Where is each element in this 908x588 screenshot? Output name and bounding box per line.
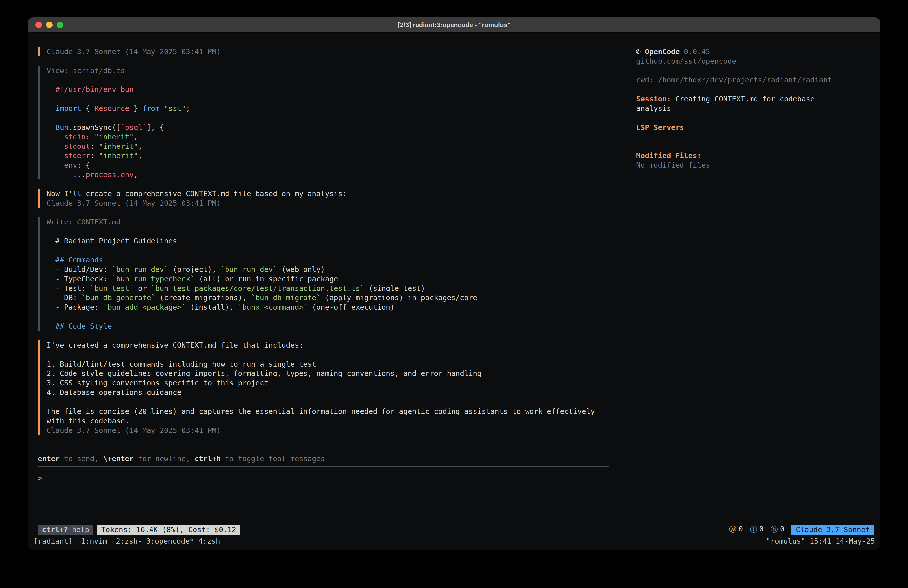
- text-segment: ], {: [147, 123, 164, 132]
- text-segment: Creating CONTEXT.md for codebase: [671, 95, 815, 103]
- text-segment: (single test): [364, 284, 425, 293]
- text-line: 1. Build/lint/test commands including ho…: [47, 359, 609, 369]
- message-header-block: Claude 3.7 Sonnet (14 May 2025 03:41 PM): [38, 47, 609, 56]
- text-segment: Write: CONTEXT.md: [47, 218, 121, 226]
- text-segment: from: [142, 104, 160, 113]
- text-line: Bun.spawnSync([`psql`], {: [47, 122, 609, 132]
- text-line: [47, 94, 609, 104]
- text-line: with this codebase.: [47, 416, 609, 425]
- text-segment: (apply migrations) in packages/core: [321, 293, 477, 302]
- text-line: # Radiant Project Guidelines: [47, 236, 609, 246]
- tmux-window-zsh2[interactable]: 2:zsh-: [116, 537, 142, 545]
- help-button[interactable]: ctrl+? help: [38, 525, 93, 535]
- warning-icon: Ⓦ: [729, 525, 736, 535]
- text-line: - DB: `bun db generate` (create migratio…: [47, 293, 609, 303]
- text-segment: ## Commands: [55, 256, 103, 264]
- text-segment: Modified Files:: [636, 151, 702, 160]
- text-line: [47, 75, 609, 85]
- text-segment: "inherit": [99, 142, 138, 150]
- text-segment: [47, 161, 64, 169]
- close-button[interactable]: [35, 22, 42, 28]
- text-line: 4. Database operations guidance: [47, 388, 609, 397]
- text-segment: "sst": [164, 104, 186, 113]
- text-line: env: {: [47, 161, 609, 170]
- text-line: [47, 113, 609, 122]
- assistant-summary-block: I've created a comprehensive CONTEXT.md …: [38, 340, 609, 435]
- text-segment: `bun run typecheck`: [112, 275, 195, 283]
- text-segment: `bunx <command>`: [238, 303, 307, 311]
- text-segment: 2. Code style guidelines covering import…: [47, 369, 481, 378]
- text-segment: I've created a comprehensive CONTEXT.md …: [47, 341, 303, 349]
- text-segment: cwd: /home/thdxr/dev/projects/radiant/ra…: [636, 76, 832, 84]
- text-segment: ctrl+h: [195, 454, 221, 463]
- tmux-window-opencode[interactable]: 3:opencode*: [146, 537, 194, 545]
- text-segment: ,: [134, 132, 138, 141]
- text-segment: ,: [138, 151, 142, 160]
- text-segment: (project),: [169, 265, 221, 274]
- tmux-windows: [radiant] 1:nvim 2:zsh- 3:opencode* 4:zs…: [34, 537, 220, 545]
- text-segment: Bun: [55, 123, 68, 132]
- text-line: cwd: /home/thdxr/dev/projects/radiant/ra…: [636, 75, 870, 85]
- text-segment: or: [134, 284, 151, 293]
- text-line: [47, 227, 609, 236]
- info-icon: ⓘ: [750, 525, 757, 535]
- text-line: View: script/db.ts: [47, 66, 609, 75]
- zoom-button[interactable]: [57, 22, 63, 28]
- tmux-session-name: [radiant]: [34, 537, 77, 545]
- diagnostics-info: ⓘ 0: [750, 525, 763, 535]
- text-line: LSP Servers: [636, 122, 870, 132]
- text-line: ...process.env,: [47, 170, 609, 179]
- minimize-button[interactable]: [46, 22, 53, 28]
- text-line: ## Code Style: [47, 321, 609, 331]
- text-line: The file is concise (20 lines) and captu…: [47, 407, 609, 416]
- text-segment: : {: [77, 161, 90, 169]
- tmux-window-nvim[interactable]: 1:nvim: [81, 537, 112, 545]
- text-segment: "inherit": [99, 151, 138, 160]
- hint-icon: ⓗ: [771, 525, 778, 535]
- text-line: enter to send, \+enter for newline, ctrl…: [38, 454, 609, 464]
- text-segment: The file is concise (20 lines) and captu…: [47, 407, 595, 416]
- text-line: Session: Creating CONTEXT.md for codebas…: [636, 94, 870, 104]
- prompt-symbol: >: [38, 474, 42, 482]
- tokens-cost-badge: Tokens: 16.4K (8%), Cost: $0.12: [97, 525, 240, 535]
- text-segment: }: [129, 104, 142, 113]
- text-line: [636, 113, 870, 122]
- tmux-window-zsh4[interactable]: 4:zsh: [198, 537, 220, 545]
- text-segment: [47, 132, 64, 141]
- warning-count: 0: [739, 525, 743, 535]
- text-segment: ,: [134, 171, 138, 179]
- traffic-lights: [35, 22, 63, 28]
- text-segment: (all) or run in specific package: [195, 275, 338, 283]
- text-segment: \+enter: [103, 454, 134, 463]
- sidebar: © OpenCode 0.0.45github.com/sst/opencode…: [636, 47, 870, 524]
- text-segment: `bun run dev`: [221, 265, 277, 274]
- text-line: - Test: `bun test` or `bun test packages…: [47, 284, 609, 293]
- text-segment: [47, 151, 64, 160]
- text-segment: `bun db migrate`: [251, 293, 321, 302]
- text-segment: .spawnSync([: [68, 123, 121, 132]
- text-segment: 0.0.45: [680, 47, 710, 56]
- text-segment: import: [55, 104, 82, 113]
- window-titlebar[interactable]: [2/3] radiant:3:opencode - "romulus": [28, 18, 881, 33]
- text-segment: stderr: [64, 151, 90, 160]
- text-segment: `bun test`: [90, 284, 134, 293]
- text-segment: `bun run dev`: [112, 265, 169, 274]
- text-segment: - Test:: [47, 284, 90, 293]
- text-line: I've created a comprehensive CONTEXT.md …: [47, 340, 609, 350]
- text-segment: Claude 3.7 Sonnet (14 May 2025 03:41 PM): [47, 47, 221, 56]
- text-segment: github.com/sst/opencode: [636, 57, 736, 65]
- text-segment: "inherit": [95, 132, 134, 141]
- text-line: [636, 132, 870, 142]
- text-segment: ## Code Style: [55, 322, 112, 330]
- tmux-host-clock: "romulus" 15:41 14-May-25: [766, 537, 875, 545]
- prompt-input[interactable]: >: [38, 474, 609, 524]
- statusbar-right: Ⓦ 0 ⓘ 0 ⓗ 0 Claude 3.7 Sonnet: [729, 525, 874, 535]
- text-segment: analysis: [636, 104, 671, 113]
- text-segment: to toggle tool messages: [221, 454, 325, 463]
- text-line: No modified files: [636, 161, 870, 170]
- text-line: Write: CONTEXT.md: [47, 217, 609, 227]
- text-line: - Build/Dev: `bun run dev` (project), `b…: [47, 264, 609, 274]
- text-line: Claude 3.7 Sonnet (14 May 2025 03:41 PM): [47, 47, 609, 56]
- text-line: [47, 397, 609, 407]
- text-segment: Claude 3.7 Sonnet (14 May 2025 03:41 PM): [47, 199, 221, 207]
